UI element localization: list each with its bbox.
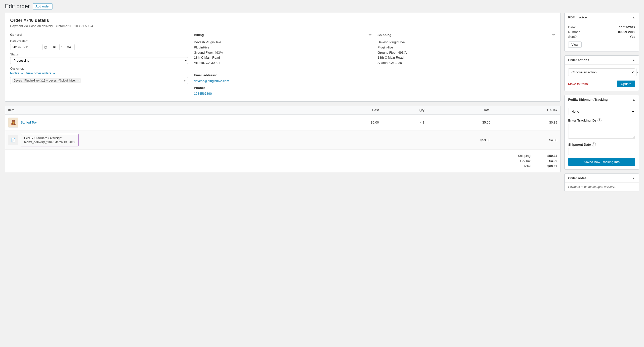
product-cell: 🧸 Stuffed Toy [5, 114, 323, 130]
billing-email[interactable]: devesh@pluginhive.com [194, 79, 229, 83]
order-sections: General Date created: @ : Status: Pendin… [10, 33, 555, 96]
shipping-section: Shipping ✏ Devesh PluginHive PluginHive … [378, 33, 555, 96]
items-card: Item Cost Qty Total GA Tax 🧸 Stuffed Toy [5, 106, 560, 172]
status-select[interactable]: Pending payment Processing On hold Compl… [10, 57, 188, 64]
pdf-date-label: Date: [568, 25, 576, 29]
pdf-sent-row: Sent? Yes [568, 35, 635, 38]
billing-heading: Billing ✏ [194, 33, 372, 37]
run-action-button[interactable]: › [636, 68, 638, 76]
totals-ga-tax-row: GA Tax: $4.99 [488, 159, 557, 163]
move-to-trash-link[interactable]: Move to trash [568, 82, 588, 86]
order-details-card: Order #746 details Payment via Cash on d… [5, 13, 560, 102]
customer-tag: Devesh PluginHive (#12 – devesh@pluginhi… [12, 78, 81, 83]
billing-address: Devesh PluginHive PluginHive Ground Floo… [194, 40, 372, 96]
order-notes-title: Order notes [568, 176, 586, 180]
tracking-ids-input[interactable] [568, 124, 635, 139]
totals-shipping-label: Shipping: [488, 154, 532, 158]
product-cost: $5.00 [323, 114, 382, 130]
customer-dropdown-arrow[interactable]: ▾ [184, 79, 186, 82]
date-row: @ : [10, 44, 188, 50]
shipping-cell: 📄 FedEx Standard Overnight fedex_deliver… [5, 130, 323, 150]
action-row: Choose an action... Email invoice / orde… [568, 68, 635, 76]
pdf-date-value: 11/03/2019 [619, 25, 635, 29]
hour-input[interactable] [49, 44, 60, 50]
order-actions-collapse[interactable]: ▲ [632, 58, 635, 62]
col-qty: Qty [382, 106, 427, 114]
fedex-tracking-collapse[interactable]: ▲ [632, 98, 635, 102]
pdf-number-value: 00009-2019 [618, 30, 635, 34]
shipping-company: PluginHive [378, 46, 393, 49]
save-tracking-button[interactable]: Save/Show Tracking Info [568, 158, 635, 166]
billing-phone-label: Phone: [194, 86, 372, 91]
general-heading: General [10, 33, 188, 36]
order-notes-collapse[interactable]: ▲ [632, 176, 635, 180]
shipping-total: $59.33 [427, 130, 493, 150]
shipping-info-box: FedEx Standard Overnight fedex_delivery_… [21, 134, 78, 146]
product-thumbnail: 🧸 [8, 118, 18, 128]
totals-shipping-row: Shipping: $59.33 [488, 154, 557, 158]
tracking-ids-label: Enter Tracking IDs ? [568, 118, 635, 122]
profile-link[interactable]: Profile → [10, 71, 23, 75]
shipping-qty-empty [382, 130, 427, 150]
pdf-invoice-header: PDF Invoice ▲ [565, 13, 639, 22]
minute-input[interactable] [64, 44, 74, 50]
order-notes-preview: Payment to be made upon delivery... [565, 183, 639, 191]
at-separator: @ [44, 45, 47, 49]
shipment-date-help-icon[interactable]: ? [592, 142, 596, 146]
shipment-date-label: Shipment Date ? [568, 142, 635, 146]
colon-separator: : [61, 45, 62, 49]
action-select[interactable]: Choose an action... Email invoice / orde… [568, 68, 635, 76]
pdf-number-label: Number: [568, 30, 580, 34]
status-label: Status: [10, 53, 188, 56]
shipment-date-input[interactable] [568, 148, 635, 155]
billing-edit-icon[interactable]: ✏ [368, 33, 372, 37]
add-order-button[interactable]: Add order [33, 3, 52, 10]
order-actions-header: Order actions ▲ [565, 56, 639, 65]
billing-address1: Ground Floor, 493/A [194, 51, 223, 54]
table-row: 🧸 Stuffed Toy $5.00 × 1 $5.00 $0.39 [5, 114, 560, 130]
col-item: Item [5, 106, 323, 114]
shipping-edit-icon[interactable]: ✏ [552, 33, 555, 37]
shipping-ga-tax: $4.60 [494, 130, 560, 150]
shipping-address2: 18th C Main Road [378, 56, 404, 60]
pdf-sent-value: Yes [630, 35, 635, 38]
pdf-sent-label: Sent? [568, 35, 577, 38]
shipping-city-state: Atlanta, GA 30301 [378, 61, 404, 65]
shipping-cell-inner: 📄 FedEx Standard Overnight fedex_deliver… [8, 134, 320, 146]
update-button[interactable]: Update [617, 80, 635, 87]
shipping-method-name: FedEx Standard Overnight [24, 136, 75, 140]
product-link[interactable]: Stuffed Toy [21, 120, 37, 124]
order-subtitle: Payment via Cash on delivery. Customer I… [10, 24, 555, 28]
order-actions-card: Order actions ▲ Choose an action... Emai… [564, 56, 639, 91]
customer-select-wrap[interactable]: Devesh PluginHive (#12 – devesh@pluginhi… [10, 77, 188, 84]
shipping-icon: 📄 [8, 135, 18, 145]
tracking-ids-help-icon[interactable]: ? [598, 118, 602, 122]
col-total: Total [427, 106, 493, 114]
status-select-wrapper: Pending payment Processing On hold Compl… [10, 57, 188, 64]
actions-footer: Move to trash Update [568, 78, 635, 87]
pdf-view-button[interactable]: View [568, 42, 582, 48]
billing-company: PluginHive [194, 46, 209, 49]
shipping-meta-key: fedex_delivery_time: [24, 140, 54, 144]
shipping-heading: Shipping ✏ [378, 33, 555, 37]
billing-city-state: Atlanta, GA 30301 [194, 61, 220, 65]
shipping-row: 📄 FedEx Standard Overnight fedex_deliver… [5, 130, 560, 150]
order-notes-header: Order notes ▲ [565, 174, 639, 183]
shipping-name: Devesh PluginHive [378, 40, 405, 44]
pdf-number-row: Number: 00009-2019 [568, 30, 635, 34]
pdf-invoice-body: Date: 11/03/2019 Number: 00009-2019 Sent… [565, 22, 639, 51]
pdf-invoice-card: PDF Invoice ▲ Date: 11/03/2019 Number: 0… [564, 13, 639, 52]
tracking-service-select[interactable]: None [568, 108, 635, 115]
date-input[interactable] [10, 44, 42, 50]
product-qty: × 1 [382, 114, 427, 130]
pdf-invoice-collapse[interactable]: ▲ [632, 16, 635, 19]
billing-email-label: Email address: [194, 73, 372, 78]
items-table: Item Cost Qty Total GA Tax 🧸 Stuffed Toy [5, 106, 560, 150]
totals-section: Shipping: $59.33 GA Tax: $4.99 Total: $6… [5, 150, 560, 172]
shipping-cost-empty [323, 130, 382, 150]
fedex-tracking-card: FedEx Shipment Tracking ▲ None Enter Tra… [564, 95, 639, 170]
fedex-tracking-body: None Enter Tracking IDs ? Shipment Date … [565, 104, 639, 169]
view-other-orders-link[interactable]: View other orders → [26, 71, 55, 75]
billing-phone[interactable]: 1234567890 [194, 92, 212, 96]
page-header: Edit order Add order [0, 0, 644, 13]
